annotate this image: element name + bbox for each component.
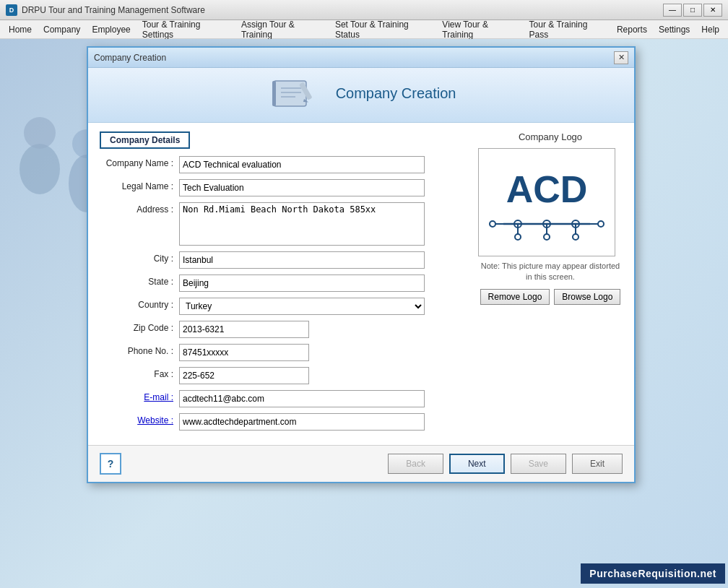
address-label: Address :: [100, 202, 179, 215]
menu-employee[interactable]: Employee: [86, 22, 136, 37]
svg-point-31: [490, 221, 495, 227]
svg-point-0: [20, 144, 60, 194]
app-close-button[interactable]: ✕: [703, 4, 722, 17]
maximize-button[interactable]: □: [683, 4, 702, 17]
dialog-title-text: Company Creation: [94, 53, 166, 63]
legal-name-input[interactable]: [179, 179, 425, 196]
city-input[interactable]: [179, 251, 425, 269]
footer-buttons: Back Next Save Exit: [388, 454, 623, 474]
company-name-input[interactable]: [179, 156, 425, 173]
form-area: Company Details Company Name : Legal Nam…: [100, 131, 467, 436]
legal-name-label: Legal Name :: [100, 179, 179, 191]
background-area: Company Creation ✕ Company Creation Com: [0, 39, 728, 588]
minimize-button[interactable]: —: [663, 4, 682, 17]
menu-reports[interactable]: Reports: [611, 22, 653, 37]
zip-input[interactable]: [179, 321, 309, 338]
fax-label: Fax :: [100, 367, 179, 379]
save-button[interactable]: Save: [511, 454, 566, 474]
country-select[interactable]: Turkey USA UK China: [179, 298, 425, 315]
form-row-fax: Fax :: [100, 367, 467, 384]
form-row-phone: Phone No. :: [100, 344, 467, 361]
dialog-titlebar: Company Creation ✕: [88, 48, 634, 68]
logo-note: Note: This picture may appear distorted …: [478, 261, 623, 283]
city-label: City :: [100, 251, 179, 264]
logo-section-title: Company Logo: [478, 131, 623, 142]
next-button[interactable]: Next: [449, 454, 505, 474]
menu-help[interactable]: Help: [696, 22, 725, 37]
company-creation-dialog: Company Creation ✕ Company Creation Com: [87, 46, 636, 483]
phone-input[interactable]: [179, 344, 309, 361]
address-input[interactable]: Non Rd.Miami Beach North Dakota 585xx: [179, 202, 425, 246]
svg-point-33: [598, 221, 604, 227]
form-row-email: E-mail :: [100, 390, 467, 407]
menu-view-tour[interactable]: View Tour & Training: [436, 17, 523, 42]
svg-point-27: [544, 234, 550, 240]
dialog-main-title: Company Creation: [336, 85, 456, 102]
menu-bar: Home Company Employee Tour & Training Se…: [0, 20, 728, 39]
menu-assign-tour[interactable]: Assign Tour & Training: [235, 17, 329, 42]
state-input[interactable]: [179, 274, 425, 292]
svg-point-29: [573, 234, 578, 240]
help-button[interactable]: ?: [100, 453, 121, 475]
email-label[interactable]: E-mail :: [100, 390, 179, 402]
menu-tour-training-settings[interactable]: Tour & Training Settings: [136, 17, 235, 42]
section-tab-company-details: Company Details: [100, 131, 190, 149]
logo-area: Company Logo ACD: [478, 131, 623, 436]
dialog-header-icon: [266, 74, 324, 113]
form-row-company-name: Company Name :: [100, 156, 467, 173]
browse-logo-button[interactable]: Browse Logo: [554, 289, 620, 305]
form-row-website: Website :: [100, 413, 467, 431]
footer-left: ?: [100, 453, 121, 475]
exit-button[interactable]: Exit: [572, 454, 623, 474]
menu-settings[interactable]: Settings: [653, 22, 696, 37]
fax-input[interactable]: [179, 367, 309, 384]
state-label: State :: [100, 274, 179, 287]
form-row-state: State :: [100, 274, 467, 292]
country-label: Country :: [100, 298, 179, 310]
svg-rect-13: [272, 81, 276, 106]
form-row-city: City :: [100, 251, 467, 269]
menu-tour-pass[interactable]: Tour & Training Pass: [524, 17, 611, 42]
title-bar-controls: — □ ✕: [663, 4, 722, 17]
website-label[interactable]: Website :: [100, 413, 179, 425]
app-title: DRPU Tour and Training Management Softwa…: [22, 5, 205, 15]
back-button[interactable]: Back: [388, 454, 443, 474]
logo-box: ACD: [478, 148, 615, 256]
form-row-legal-name: Legal Name :: [100, 179, 467, 196]
form-row-address: Address : Non Rd.Miami Beach North Dakot…: [100, 202, 467, 246]
website-input[interactable]: [179, 413, 425, 431]
menu-set-status[interactable]: Set Tour & Training Status: [329, 17, 436, 42]
phone-label: Phone No. :: [100, 344, 179, 356]
svg-text:ACD: ACD: [506, 168, 588, 210]
menu-home[interactable]: Home: [3, 22, 38, 37]
company-logo-image: ACD: [489, 155, 604, 249]
form-row-country: Country : Turkey USA UK China: [100, 298, 467, 315]
zip-label: Zip Code :: [100, 321, 179, 333]
watermark: PurchaseRequisition.net: [581, 563, 725, 584]
dialog-close-button[interactable]: ✕: [614, 51, 628, 64]
menu-company[interactable]: Company: [38, 22, 86, 37]
form-row-zip: Zip Code :: [100, 321, 467, 338]
app-icon: D: [6, 4, 17, 16]
svg-point-25: [515, 234, 521, 240]
email-input[interactable]: [179, 390, 425, 407]
title-bar-left: D DRPU Tour and Training Management Soft…: [6, 4, 205, 16]
dialog-footer: ? Back Next Save Exit: [88, 445, 634, 482]
logo-buttons: Remove Logo Browse Logo: [478, 289, 623, 305]
company-name-label: Company Name :: [100, 156, 179, 168]
svg-point-1: [24, 117, 56, 149]
remove-logo-button[interactable]: Remove Logo: [480, 289, 550, 305]
dialog-header: Company Creation: [88, 68, 634, 123]
dialog-body: Company Details Company Name : Legal Nam…: [88, 123, 634, 445]
